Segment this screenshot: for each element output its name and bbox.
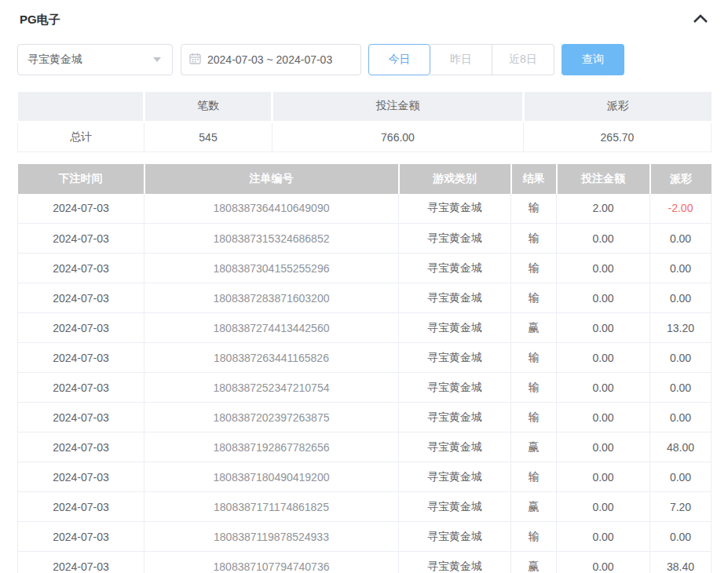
result-cell: 赢 — [511, 313, 557, 343]
bet-id-cell: 1808387202397263875 — [145, 403, 399, 432]
result-cell: 输 — [511, 254, 557, 283]
bet-amount-cell: 0.00 — [557, 283, 650, 313]
quick-range-group: 今日 昨日 近8日 — [368, 44, 554, 75]
bet-amount-cell: 0.00 — [557, 224, 650, 254]
bet-time-cell: 2024-07-03 — [18, 224, 145, 254]
game-type-cell: 寻宝黄金城 — [399, 432, 511, 462]
payout-cell: 0.00 — [650, 403, 712, 432]
result-cell: 输 — [511, 224, 557, 254]
summary-header-count: 笔数 — [145, 92, 273, 122]
result-cell: 输 — [511, 522, 557, 552]
result-cell: 输 — [511, 283, 557, 313]
panel-header: PG电子 — [17, 10, 711, 29]
payout-cell: 13.20 — [650, 313, 712, 343]
payout-cell: 7.20 — [650, 492, 712, 522]
table-row: 2024-07-031808387119878524933寻宝黄金城输0.000… — [18, 522, 712, 552]
bet-amount-cell: 0.00 — [557, 462, 650, 492]
table-row: 2024-07-031808387107794740736寻宝黄金城赢0.003… — [18, 552, 712, 573]
bet-time-cell: 2024-07-03 — [18, 373, 145, 403]
bet-time-cell: 2024-07-03 — [18, 462, 145, 492]
table-row: 2024-07-031808387315324686852寻宝黄金城输0.000… — [18, 224, 712, 254]
table-row: 2024-07-031808387283871603200寻宝黄金城输0.000… — [18, 283, 712, 313]
bet-amount-cell: 0.00 — [557, 403, 650, 432]
bet-id-cell: 1808387274413442560 — [145, 313, 399, 343]
table-row: 2024-07-031808387304155255296寻宝黄金城输0.000… — [18, 254, 712, 283]
game-type-cell: 寻宝黄金城 — [399, 522, 511, 552]
result-cell: 输 — [511, 194, 557, 224]
payout-cell: 0.00 — [650, 462, 712, 492]
game-type-cell: 寻宝黄金城 — [399, 283, 511, 313]
summary-total-bet-amount: 766.00 — [273, 122, 524, 151]
caret-down-icon — [153, 57, 161, 62]
result-cell: 赢 — [511, 492, 557, 522]
bet-time-cell: 2024-07-03 — [18, 432, 145, 462]
bet-id-cell: 1808387315324686852 — [145, 224, 399, 254]
header-bet-amount: 投注金额 — [557, 164, 650, 194]
table-row: 2024-07-031808387180490419200寻宝黄金城输0.000… — [18, 462, 712, 492]
quick-range-last8days[interactable]: 近8日 — [492, 44, 554, 75]
bet-amount-cell: 0.00 — [557, 492, 650, 522]
summary-header-payout: 派彩 — [524, 92, 712, 122]
payout-cell: 48.00 — [650, 432, 712, 462]
table-row: 2024-07-031808387364410649090寻宝黄金城输2.00-… — [18, 194, 712, 224]
payout-cell: 0.00 — [650, 522, 712, 552]
payout-cell: 0.00 — [650, 343, 712, 373]
summary-header-empty — [18, 92, 145, 122]
bet-id-cell: 1808387107794740736 — [145, 552, 399, 573]
bet-id-cell: 1808387180490419200 — [145, 462, 399, 492]
bet-id-cell: 1808387364410649090 — [145, 194, 399, 224]
game-type-cell: 寻宝黄金城 — [399, 313, 511, 343]
filter-bar: 寻宝黄金城 2024-07-03 ~ 2024-07-03 今日 昨日 近8日 … — [17, 44, 711, 75]
payout-cell: 0.00 — [650, 224, 712, 254]
table-row: 2024-07-031808387263441165826寻宝黄金城输0.000… — [18, 343, 712, 373]
header-payout: 派彩 — [650, 164, 712, 194]
bet-time-cell: 2024-07-03 — [18, 403, 145, 432]
table-row: 2024-07-031808387202397263875寻宝黄金城输0.000… — [18, 403, 712, 432]
payout-cell: -2.00 — [650, 194, 712, 224]
game-select[interactable]: 寻宝黄金城 — [17, 44, 173, 75]
game-type-cell: 寻宝黄金城 — [399, 462, 511, 492]
summary-total-payout: 265.70 — [524, 122, 712, 151]
result-cell: 输 — [511, 462, 557, 492]
table-row: 2024-07-031808387274413442560寻宝黄金城赢0.001… — [18, 313, 712, 343]
page-title: PG电子 — [17, 13, 60, 27]
header-bet-time: 下注时间 — [18, 164, 145, 194]
bet-amount-cell: 0.00 — [557, 552, 650, 573]
date-range-value: 2024-07-03 ~ 2024-07-03 — [207, 53, 332, 66]
bet-time-cell: 2024-07-03 — [18, 522, 145, 552]
bet-table-header-row: 下注时间 注单编号 游戏类别 结果 投注金额 派彩 — [18, 164, 712, 194]
result-cell: 赢 — [511, 432, 557, 462]
game-type-cell: 寻宝黄金城 — [399, 254, 511, 283]
summary-header-bet-amount: 投注金额 — [273, 92, 524, 122]
bet-id-cell: 1808387171174861825 — [145, 492, 399, 522]
collapse-panel-button[interactable] — [690, 11, 711, 28]
summary-total-label: 总计 — [18, 122, 145, 151]
game-select-value: 寻宝黄金城 — [27, 53, 82, 67]
quick-range-today[interactable]: 今日 — [368, 44, 430, 75]
bet-records-table: 下注时间 注单编号 游戏类别 结果 投注金额 派彩 2024-07-031808… — [17, 164, 712, 573]
bet-amount-cell: 0.00 — [557, 522, 650, 552]
bet-time-cell: 2024-07-03 — [18, 492, 145, 522]
game-type-cell: 寻宝黄金城 — [399, 224, 511, 254]
quick-range-yesterday[interactable]: 昨日 — [430, 44, 492, 75]
game-type-cell: 寻宝黄金城 — [399, 343, 511, 373]
header-bet-id: 注单编号 — [145, 164, 399, 194]
date-range-picker[interactable]: 2024-07-03 ~ 2024-07-03 — [181, 44, 361, 75]
payout-cell: 0.00 — [650, 254, 712, 283]
bet-time-cell: 2024-07-03 — [18, 194, 145, 224]
header-game-type: 游戏类别 — [399, 164, 511, 194]
table-row: 2024-07-031808387252347210754寻宝黄金城输0.000… — [18, 373, 712, 403]
bet-amount-cell: 0.00 — [557, 254, 650, 283]
bet-table-body: 2024-07-031808387364410649090寻宝黄金城输2.00-… — [18, 194, 712, 573]
bet-id-cell: 1808387263441165826 — [145, 343, 399, 373]
summary-table: 笔数 投注金额 派彩 总计 545 766.00 265.70 — [17, 92, 712, 152]
bet-id-cell: 1808387283871603200 — [145, 283, 399, 313]
game-type-cell: 寻宝黄金城 — [399, 194, 511, 224]
bet-amount-cell: 0.00 — [557, 313, 650, 343]
bet-time-cell: 2024-07-03 — [18, 552, 145, 573]
table-row: 2024-07-031808387192867782656寻宝黄金城赢0.004… — [18, 432, 712, 462]
summary-total-count: 545 — [145, 122, 273, 151]
game-type-cell: 寻宝黄金城 — [399, 373, 511, 403]
search-button[interactable]: 查询 — [562, 44, 624, 75]
bet-amount-cell: 0.00 — [557, 373, 650, 403]
